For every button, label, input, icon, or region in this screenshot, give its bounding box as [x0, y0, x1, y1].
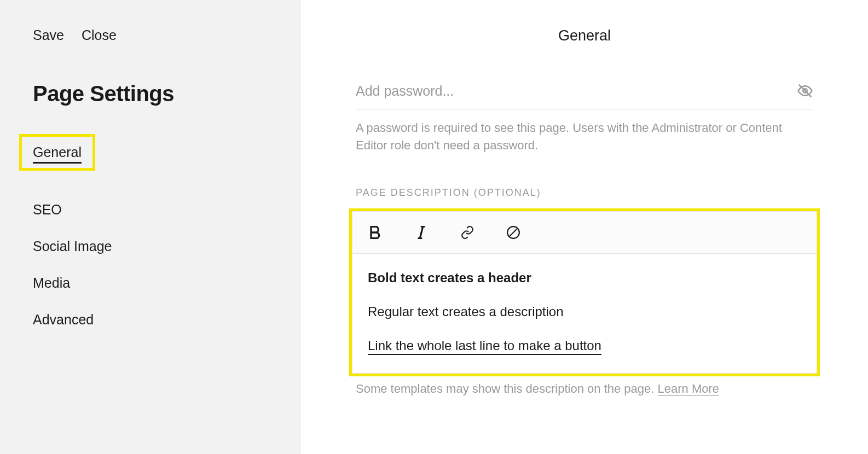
- nav-item-seo[interactable]: SEO: [33, 202, 268, 218]
- sidebar-actions: Save Close: [33, 27, 268, 43]
- settings-nav: General SEO Social Image Media Advanced: [33, 144, 268, 328]
- password-row: [356, 83, 813, 109]
- editor-line-link: Link the whole last line to make a butto…: [368, 338, 801, 353]
- editor-toolbar: [352, 212, 817, 254]
- close-button[interactable]: Close: [82, 27, 117, 43]
- clear-format-button[interactable]: [506, 225, 521, 240]
- nav-item-advanced[interactable]: Advanced: [33, 312, 268, 328]
- editor-line-bold: Bold text creates a header: [368, 270, 801, 286]
- description-editor-highlight: Bold text creates a header Regular text …: [349, 208, 820, 376]
- save-button[interactable]: Save: [33, 27, 64, 43]
- description-footer-help: Some templates may show this description…: [356, 382, 813, 396]
- link-button[interactable]: [460, 225, 475, 240]
- description-editor: Bold text creates a header Regular text …: [352, 211, 817, 374]
- editor-line-regular: Regular text creates a description: [368, 304, 801, 319]
- visibility-toggle-icon[interactable]: [797, 83, 813, 99]
- italic-button[interactable]: [414, 225, 429, 240]
- bold-button[interactable]: [368, 225, 383, 240]
- nav-item-media[interactable]: Media: [33, 275, 268, 291]
- editor-content[interactable]: Bold text creates a header Regular text …: [352, 254, 817, 373]
- password-help-text: A password is required to see this page.…: [356, 119, 813, 154]
- sidebar: Save Close Page Settings General SEO Soc…: [0, 0, 301, 454]
- main-panel: General A password is required to see th…: [301, 0, 868, 454]
- svg-line-2: [420, 226, 423, 238]
- password-input[interactable]: [356, 83, 797, 99]
- content-area: A password is required to see this page.…: [301, 83, 868, 396]
- main-header: General: [301, 27, 868, 44]
- nav-item-general[interactable]: General: [33, 144, 268, 181]
- description-section-label: PAGE DESCRIPTION (OPTIONAL): [356, 187, 813, 199]
- page-title: Page Settings: [33, 82, 268, 106]
- nav-item-social-image[interactable]: Social Image: [33, 238, 268, 254]
- learn-more-link[interactable]: Learn More: [658, 382, 720, 396]
- svg-line-6: [509, 228, 517, 236]
